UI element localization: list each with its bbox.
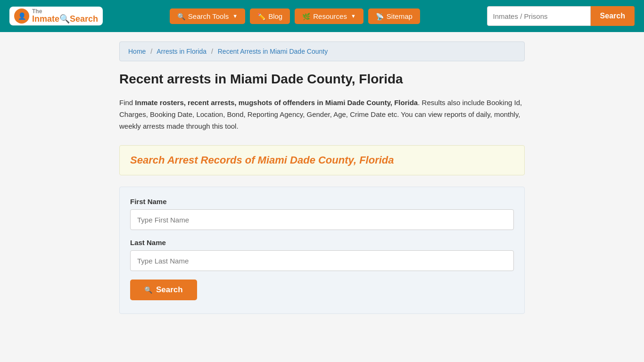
resources-button[interactable]: Resources ▼ (295, 8, 363, 24)
blog-icon (257, 12, 265, 20)
page-description: Find Inmate rosters, recent arrests, mug… (119, 97, 525, 132)
last-name-input[interactable] (130, 250, 514, 271)
breadcrumb-arrests-florida[interactable]: Arrests in Florida (157, 48, 206, 55)
form-search-icon (144, 285, 152, 295)
breadcrumb-current: Recent Arrests in Miami Dade County (218, 48, 328, 55)
blog-label: Blog (268, 12, 282, 20)
breadcrumb: Home / Arrests in Florida / Recent Arres… (119, 41, 525, 61)
first-name-input[interactable] (130, 209, 514, 230)
site-header: 👤 The Inmate🔍Search Search Tools ▼ Blog … (0, 0, 644, 32)
resources-label: Resources (313, 12, 347, 20)
logo-icon: 👤 (14, 8, 29, 24)
header-search-button[interactable]: Search (591, 6, 635, 26)
logo-area: 👤 The Inmate🔍Search (9, 7, 103, 26)
header-search-area: Search (487, 6, 635, 26)
search-tools-label: Search Tools (188, 12, 229, 20)
sitemap-button[interactable]: Sitemap (368, 8, 420, 24)
search-form-box: First Name Last Name Search (119, 187, 525, 314)
header-search-input[interactable] (487, 6, 591, 26)
sitemap-label: Sitemap (387, 12, 413, 20)
search-tools-button[interactable]: Search Tools ▼ (170, 8, 245, 24)
logo-inmate: Inmate (32, 14, 59, 24)
sitemap-icon (376, 12, 384, 20)
main-content: Home / Arrests in Florida / Recent Arres… (110, 32, 534, 323)
logo-main: Inmate🔍Search (32, 15, 98, 24)
form-search-label: Search (156, 285, 183, 295)
description-bold: Inmate rosters, recent arrests, mugshots… (135, 99, 418, 107)
search-records-title: Search Arrest Records of Miami Dade Coun… (130, 154, 514, 166)
form-search-button[interactable]: Search (130, 280, 197, 300)
blog-button[interactable]: Blog (250, 8, 290, 24)
search-records-box: Search Arrest Records of Miami Dade Coun… (119, 145, 525, 175)
first-name-group: First Name (130, 197, 514, 230)
breadcrumb-sep-2: / (211, 48, 213, 55)
logo-search-text: 🔍Search (59, 14, 98, 24)
header-search-button-label: Search (600, 12, 625, 20)
resources-icon (302, 12, 310, 20)
page-title: Recent arrests in Miami Dade County, Flo… (119, 72, 525, 87)
main-nav: Search Tools ▼ Blog Resources ▼ Sitemap (170, 8, 420, 24)
first-name-label: First Name (130, 197, 514, 206)
last-name-label: Last Name (130, 239, 514, 247)
resources-caret: ▼ (351, 13, 356, 19)
logo-text: The Inmate🔍Search (32, 8, 98, 24)
search-tools-icon (177, 12, 185, 20)
last-name-group: Last Name (130, 239, 514, 271)
breadcrumb-sep-1: / (150, 48, 152, 55)
search-tools-caret: ▼ (232, 13, 238, 19)
person-icon: 👤 (18, 12, 26, 20)
logo-box: 👤 The Inmate🔍Search (9, 7, 103, 26)
breadcrumb-home[interactable]: Home (128, 48, 146, 55)
